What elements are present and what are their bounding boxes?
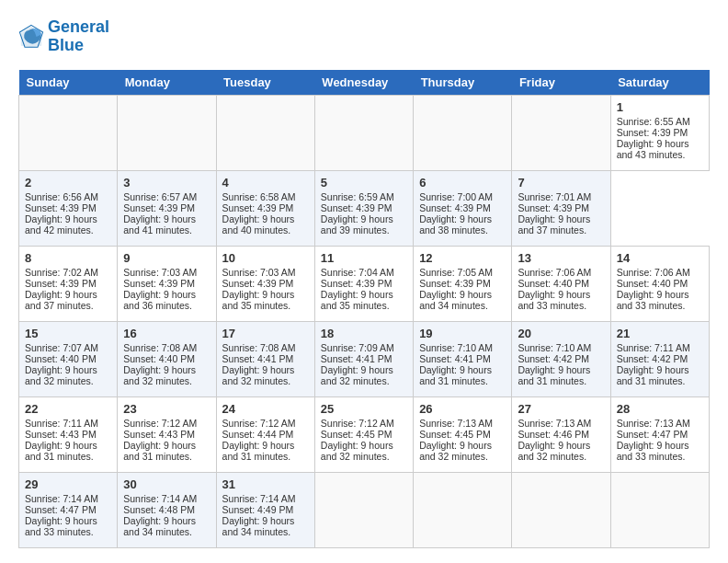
daylight: Daylight: 9 hours and 34 minutes. — [123, 515, 196, 537]
day-number: 27 — [518, 402, 604, 416]
day-cell-6: 6Sunrise: 7:00 AMSunset: 4:39 PMDaylight… — [414, 170, 512, 246]
daylight: Daylight: 9 hours and 32 minutes. — [321, 364, 393, 386]
daylight: Daylight: 9 hours and 33 minutes. — [25, 515, 97, 537]
daylight: Daylight: 9 hours and 42 minutes. — [25, 213, 97, 236]
sunset: Sunset: 4:40 PM — [518, 278, 589, 289]
day-cell-22: 22Sunrise: 7:11 AMSunset: 4:43 PMDayligh… — [19, 396, 118, 472]
daylight: Daylight: 9 hours and 32 minutes. — [419, 440, 492, 462]
sunset: Sunset: 4:41 PM — [321, 353, 392, 364]
day-cell-27: 27Sunrise: 7:13 AMSunset: 4:46 PMDayligh… — [512, 396, 610, 472]
calendar-week-1: 1Sunrise: 6:55 AMSunset: 4:39 PMDaylight… — [19, 95, 710, 170]
sunrise: Sunrise: 7:08 AM — [222, 342, 296, 353]
day-number: 6 — [419, 176, 506, 190]
day-cell-26: 26Sunrise: 7:13 AMSunset: 4:45 PMDayligh… — [414, 396, 512, 472]
sunset: Sunset: 4:39 PM — [419, 202, 491, 213]
daylight: Daylight: 9 hours and 31 minutes. — [419, 364, 492, 386]
day-cell-15: 15Sunrise: 7:07 AMSunset: 4:40 PMDayligh… — [19, 321, 118, 396]
day-number: 20 — [518, 327, 604, 340]
empty-cell — [19, 95, 118, 170]
sunrise: Sunrise: 7:11 AM — [25, 418, 98, 429]
day-number: 28 — [617, 402, 703, 416]
sunrise: Sunrise: 7:10 AM — [419, 342, 493, 353]
empty-cell — [610, 472, 709, 547]
logo: General Blue — [18, 18, 109, 55]
sunset: Sunset: 4:45 PM — [419, 429, 491, 440]
day-cell-1: 1Sunrise: 6:55 AMSunset: 4:39 PMDaylight… — [610, 95, 709, 170]
sunrise: Sunrise: 6:57 AM — [123, 191, 197, 202]
day-cell-29: 29Sunrise: 7:14 AMSunset: 4:47 PMDayligh… — [19, 472, 118, 547]
day-number: 31 — [222, 477, 309, 491]
daylight: Daylight: 9 hours and 31 minutes. — [123, 440, 196, 462]
sunset: Sunset: 4:48 PM — [123, 504, 195, 515]
day-number: 12 — [419, 251, 506, 265]
empty-cell — [216, 95, 314, 170]
sunset: Sunset: 4:43 PM — [123, 429, 195, 440]
logo-text: General Blue — [48, 18, 109, 55]
sunset: Sunset: 4:39 PM — [222, 202, 294, 213]
daylight: Daylight: 9 hours and 33 minutes. — [617, 440, 689, 462]
empty-cell — [314, 472, 413, 547]
day-number: 13 — [518, 251, 604, 265]
day-number: 11 — [321, 251, 407, 265]
daylight: Daylight: 9 hours and 32 minutes. — [123, 364, 196, 386]
sunset: Sunset: 4:39 PM — [419, 278, 491, 289]
sunrise: Sunrise: 7:07 AM — [25, 342, 98, 353]
day-cell-20: 20Sunrise: 7:10 AMSunset: 4:42 PMDayligh… — [512, 321, 610, 396]
sunset: Sunset: 4:39 PM — [518, 202, 589, 213]
daylight: Daylight: 9 hours and 31 minutes. — [222, 440, 295, 462]
day-cell-30: 30Sunrise: 7:14 AMSunset: 4:48 PMDayligh… — [118, 472, 216, 547]
sunrise: Sunrise: 7:14 AM — [123, 493, 197, 504]
sunrise: Sunrise: 6:56 AM — [25, 191, 98, 202]
daylight: Daylight: 9 hours and 31 minutes. — [617, 364, 689, 386]
day-number: 3 — [123, 176, 210, 190]
daylight: Daylight: 9 hours and 33 minutes. — [617, 289, 689, 311]
sunset: Sunset: 4:39 PM — [25, 278, 97, 289]
day-number: 30 — [123, 477, 210, 491]
sunrise: Sunrise: 7:06 AM — [518, 267, 591, 278]
sunrise: Sunrise: 7:06 AM — [617, 267, 690, 278]
daylight: Daylight: 9 hours and 33 minutes. — [518, 289, 590, 311]
sunrise: Sunrise: 7:08 AM — [123, 342, 197, 353]
day-number: 10 — [222, 251, 309, 265]
sunrise: Sunrise: 7:13 AM — [419, 418, 493, 429]
day-cell-7: 7Sunrise: 7:01 AMSunset: 4:39 PMDaylight… — [512, 170, 610, 246]
daylight: Daylight: 9 hours and 34 minutes. — [222, 515, 295, 537]
day-number: 16 — [123, 327, 210, 340]
day-cell-21: 21Sunrise: 7:11 AMSunset: 4:42 PMDayligh… — [610, 321, 709, 396]
daylight: Daylight: 9 hours and 38 minutes. — [419, 213, 492, 236]
column-header-monday: Monday — [118, 70, 216, 96]
column-header-friday: Friday — [512, 70, 610, 96]
sunset: Sunset: 4:47 PM — [617, 429, 688, 440]
daylight: Daylight: 9 hours and 43 minutes. — [617, 138, 689, 160]
sunset: Sunset: 4:39 PM — [25, 202, 97, 213]
day-number: 22 — [25, 402, 111, 416]
day-number: 23 — [123, 402, 210, 416]
calendar-week-3: 8Sunrise: 7:02 AMSunset: 4:39 PMDaylight… — [19, 246, 710, 321]
day-cell-5: 5Sunrise: 6:59 AMSunset: 4:39 PMDaylight… — [314, 170, 413, 246]
day-cell-24: 24Sunrise: 7:12 AMSunset: 4:44 PMDayligh… — [216, 396, 314, 472]
sunrise: Sunrise: 7:13 AM — [617, 418, 690, 429]
logo-icon — [18, 24, 44, 50]
sunrise: Sunrise: 6:59 AM — [321, 191, 394, 202]
daylight: Daylight: 9 hours and 34 minutes. — [419, 289, 492, 311]
calendar-week-4: 15Sunrise: 7:07 AMSunset: 4:40 PMDayligh… — [19, 321, 710, 396]
sunrise: Sunrise: 7:09 AM — [321, 342, 394, 353]
sunset: Sunset: 4:42 PM — [518, 353, 589, 364]
day-number: 24 — [222, 402, 309, 416]
day-number: 29 — [25, 477, 111, 491]
daylight: Daylight: 9 hours and 31 minutes. — [25, 440, 97, 462]
sunset: Sunset: 4:47 PM — [25, 504, 97, 515]
sunset: Sunset: 4:43 PM — [25, 429, 97, 440]
day-cell-2: 2Sunrise: 6:56 AMSunset: 4:39 PMDaylight… — [19, 170, 118, 246]
column-header-saturday: Saturday — [610, 70, 709, 96]
sunrise: Sunrise: 7:02 AM — [25, 267, 98, 278]
day-cell-4: 4Sunrise: 6:58 AMSunset: 4:39 PMDaylight… — [216, 170, 314, 246]
sunset: Sunset: 4:44 PM — [222, 429, 294, 440]
sunset: Sunset: 4:45 PM — [321, 429, 392, 440]
sunrise: Sunrise: 7:00 AM — [419, 191, 493, 202]
sunset: Sunset: 4:39 PM — [321, 202, 392, 213]
daylight: Daylight: 9 hours and 36 minutes. — [123, 289, 196, 311]
sunset: Sunset: 4:39 PM — [222, 278, 294, 289]
day-cell-28: 28Sunrise: 7:13 AMSunset: 4:47 PMDayligh… — [610, 396, 709, 472]
sunrise: Sunrise: 7:03 AM — [123, 267, 197, 278]
